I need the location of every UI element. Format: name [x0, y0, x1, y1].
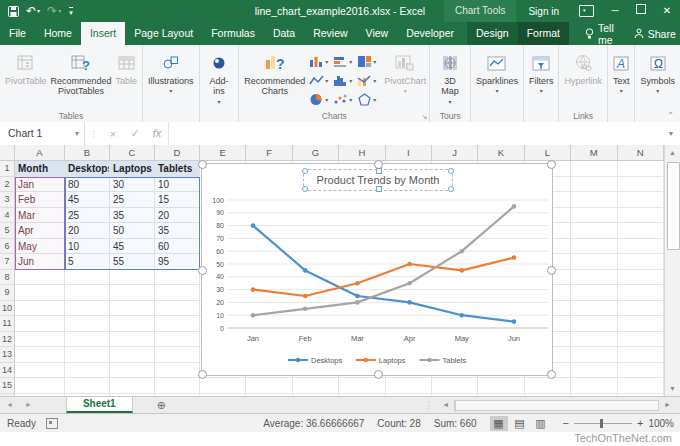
cell-n10[interactable]: [618, 301, 664, 317]
zoom-level[interactable]: 100%: [648, 418, 674, 429]
cell-m5[interactable]: [571, 223, 617, 239]
column-header-h[interactable]: H: [339, 145, 385, 161]
pie-chart-button[interactable]: ▾: [309, 90, 332, 108]
cell-d15[interactable]: [155, 378, 200, 394]
cell-n8[interactable]: [618, 270, 664, 286]
enter-formula-button[interactable]: ✓: [124, 127, 146, 140]
insert-function-button[interactable]: fx: [146, 122, 169, 145]
cell-n12[interactable]: [618, 332, 664, 348]
tab-page-layout[interactable]: Page Layout: [125, 22, 202, 45]
cell-b5[interactable]: 20: [65, 223, 110, 239]
cell-m11[interactable]: [571, 316, 617, 332]
cell-m9[interactable]: [571, 285, 617, 301]
cell-d8[interactable]: [155, 270, 200, 286]
cell-d6[interactable]: 60: [155, 239, 200, 255]
cell-m6[interactable]: [571, 239, 617, 255]
cell-m1[interactable]: [571, 161, 617, 177]
data-point-tablets-jan[interactable]: [251, 313, 256, 318]
cell-d14[interactable]: [155, 363, 200, 379]
line-chart[interactable]: 0102030405060708090100JanFebMarAprMayJun…: [202, 164, 552, 375]
vertical-scroll-thumb[interactable]: [667, 162, 680, 250]
horizontal-scrollbar[interactable]: ⋮ ◄ ►: [420, 397, 680, 413]
cell-f15[interactable]: [246, 378, 292, 394]
cell-b15[interactable]: [65, 378, 110, 394]
title-handle[interactable]: [448, 168, 454, 174]
cell-a1[interactable]: Month: [15, 161, 65, 177]
data-point-laptops-may[interactable]: [460, 268, 465, 273]
cell-d1[interactable]: Tablets: [155, 161, 200, 177]
recommended-charts-button[interactable]: ? Recommended Charts: [242, 48, 307, 99]
previous-sheet-arrow[interactable]: ◄: [0, 397, 19, 413]
cell-a10[interactable]: [15, 301, 65, 317]
pivotchart-button[interactable]: PivotChart ▾: [382, 48, 428, 96]
row-header-3[interactable]: 3: [0, 192, 15, 208]
charts-dialog-launcher[interactable]: ↘: [421, 113, 427, 121]
hierarchy-chart-button[interactable]: ▾: [357, 52, 380, 70]
row-header-11[interactable]: 11: [0, 316, 15, 332]
cell-d11[interactable]: [155, 316, 200, 332]
data-point-laptops-apr[interactable]: [407, 262, 412, 267]
cell-h15[interactable]: [339, 378, 385, 394]
data-point-laptops-jan[interactable]: [251, 287, 256, 292]
title-handle[interactable]: [302, 168, 308, 174]
cell-c8[interactable]: [110, 270, 155, 286]
column-header-b[interactable]: B: [65, 145, 110, 161]
illustrations-button[interactable]: Illustrations ▾: [146, 48, 196, 96]
data-point-tablets-apr[interactable]: [407, 281, 412, 286]
select-all-button[interactable]: [0, 145, 15, 161]
tab-review[interactable]: Review: [304, 22, 356, 45]
tab-developer[interactable]: Developer: [397, 22, 463, 45]
histogram-chart-button[interactable]: ▾: [333, 71, 356, 89]
cell-c6[interactable]: 45: [110, 239, 155, 255]
chart-resize-handle[interactable]: [198, 370, 207, 379]
data-point-laptops-feb[interactable]: [303, 294, 308, 299]
zoom-out-button[interactable]: −: [563, 417, 569, 429]
radar-chart-button[interactable]: ▾: [357, 90, 380, 108]
cell-d10[interactable]: [155, 301, 200, 317]
column-header-i[interactable]: I: [386, 145, 432, 161]
cell-n14[interactable]: [618, 363, 664, 379]
cell-m12[interactable]: [571, 332, 617, 348]
cell-m2[interactable]: [571, 177, 617, 193]
formula-bar-expand-arrow[interactable]: ▼: [662, 130, 680, 137]
row-header-7[interactable]: 7: [0, 254, 15, 270]
cell-c5[interactable]: 50: [110, 223, 155, 239]
cell-n7[interactable]: [618, 254, 664, 270]
tab-file[interactable]: File: [0, 22, 35, 45]
data-point-desktops-jun[interactable]: [512, 319, 517, 324]
cell-e15[interactable]: [200, 378, 246, 394]
cell-n1[interactable]: [618, 161, 664, 177]
tab-format[interactable]: Format: [518, 22, 569, 45]
chart-resize-handle[interactable]: [374, 370, 383, 379]
data-point-tablets-jun[interactable]: [512, 204, 517, 209]
cell-c3[interactable]: 25: [110, 192, 155, 208]
data-point-desktops-may[interactable]: [460, 313, 465, 318]
scroll-left-arrow[interactable]: ◄: [437, 397, 454, 413]
new-sheet-button[interactable]: ⊕: [147, 397, 176, 413]
title-handle[interactable]: [376, 186, 382, 192]
legend-item-laptops[interactable]: Laptops: [356, 356, 406, 365]
legend-item-tablets[interactable]: Tablets: [420, 356, 467, 365]
cell-k15[interactable]: [478, 378, 524, 394]
filters-button[interactable]: Filters ▾: [527, 48, 556, 96]
scatter-chart-button[interactable]: ▾: [333, 90, 356, 108]
close-button[interactable]: ✕: [654, 0, 680, 22]
row-header-13[interactable]: 13: [0, 347, 15, 363]
scrollbar-splitter[interactable]: ⋮: [420, 400, 437, 410]
tab-home[interactable]: Home: [35, 22, 81, 45]
cell-b7[interactable]: 5: [65, 254, 110, 270]
column-header-g[interactable]: G: [293, 145, 339, 161]
tab-view[interactable]: View: [357, 22, 398, 45]
title-handle[interactable]: [302, 186, 308, 192]
cell-b4[interactable]: 25: [65, 208, 110, 224]
cell-a14[interactable]: [15, 363, 65, 379]
chart-title-box[interactable]: Product Trends by Month: [303, 169, 453, 191]
cell-m13[interactable]: [571, 347, 617, 363]
cell-m8[interactable]: [571, 270, 617, 286]
sheet-tab-sheet1[interactable]: Sheet1: [66, 397, 133, 413]
cell-n13[interactable]: [618, 347, 664, 363]
title-handle[interactable]: [448, 186, 454, 192]
title-handle[interactable]: [376, 168, 382, 174]
cell-n15[interactable]: [618, 378, 664, 394]
chart-resize-handle[interactable]: [198, 266, 207, 275]
